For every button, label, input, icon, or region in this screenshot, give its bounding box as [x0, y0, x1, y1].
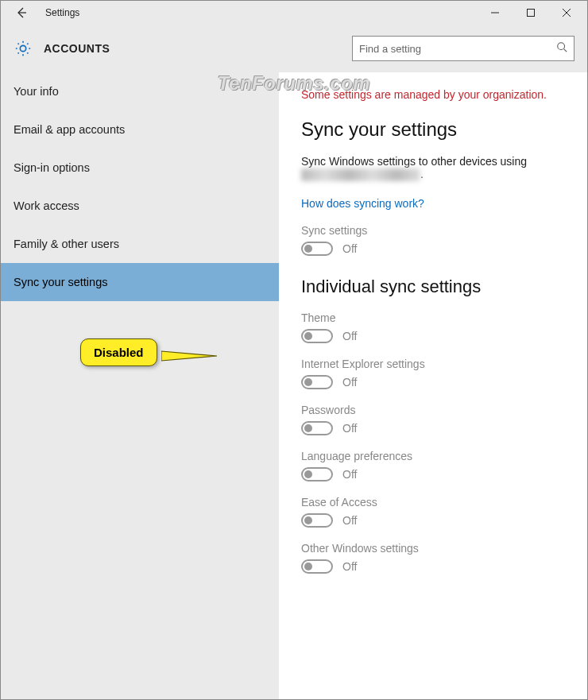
- maximize-icon: [527, 9, 535, 17]
- sidebar: Your info Email & app accounts Sign-in o…: [1, 72, 279, 699]
- toggle-state: Off: [342, 560, 357, 573]
- section-title: ACCOUNTS: [44, 42, 341, 55]
- window-title: Settings: [45, 7, 477, 18]
- content: Some settings are managed by your organi…: [279, 72, 587, 699]
- search-box[interactable]: [352, 36, 574, 61]
- org-managed-banner: Some settings are managed by your organi…: [301, 88, 565, 101]
- sidebar-item-label: Sign-in options: [14, 161, 90, 174]
- sidebar-item-label: Your info: [14, 85, 59, 98]
- toggle-label: Passwords: [301, 404, 565, 416]
- sidebar-item-family-other-users[interactable]: Family & other users: [1, 225, 279, 263]
- toggle-switch[interactable]: [301, 559, 333, 574]
- toggle-sync-settings: Sync settings Off: [301, 224, 565, 256]
- toggle-switch[interactable]: [301, 375, 333, 389]
- subheading: Individual sync settings: [301, 277, 565, 297]
- sidebar-item-email-app-accounts[interactable]: Email & app accounts: [1, 110, 279, 149]
- close-button[interactable]: [548, 1, 584, 25]
- toggle-switch[interactable]: [301, 467, 333, 481]
- sidebar-item-work-access[interactable]: Work access: [1, 187, 279, 225]
- sidebar-item-label: Family & other users: [14, 238, 119, 250]
- sidebar-item-label: Email & app accounts: [14, 123, 125, 136]
- page-heading: Sync your settings: [301, 118, 565, 141]
- back-button[interactable]: [12, 3, 31, 22]
- sidebar-item-label: Work access: [14, 199, 79, 212]
- titlebar: Settings: [1, 1, 587, 25]
- svg-rect-0: [527, 9, 534, 16]
- toggle-label: Other Windows settings: [301, 542, 565, 555]
- toggle-other-windows: Other Windows settings Off: [301, 542, 565, 574]
- search-input[interactable]: [359, 43, 556, 55]
- close-icon: [563, 9, 571, 17]
- toggle-label: Language preferences: [301, 450, 565, 462]
- minimize-icon: [491, 9, 499, 17]
- toggle-state: Off: [342, 468, 357, 481]
- toggle-state: Off: [342, 242, 357, 255]
- sync-description: Sync Windows settings to other devices u…: [301, 155, 565, 181]
- redacted-account: [301, 168, 420, 181]
- toggle-state: Off: [342, 514, 357, 527]
- help-link[interactable]: How does syncing work?: [301, 197, 424, 210]
- body: Your info Email & app accounts Sign-in o…: [1, 72, 587, 699]
- toggle-label: Ease of Access: [301, 496, 565, 509]
- sidebar-item-your-info[interactable]: Your info: [1, 72, 279, 110]
- toggle-label: Theme: [301, 311, 565, 324]
- toggle-label: Sync settings: [301, 224, 565, 237]
- toggle-switch[interactable]: [301, 421, 333, 435]
- svg-point-1: [558, 43, 565, 50]
- settings-window: Settings ACCOUNTS Your info Emai: [0, 0, 588, 700]
- sidebar-item-sync-your-settings[interactable]: Sync your settings: [1, 263, 279, 301]
- maximize-button[interactable]: [513, 1, 548, 25]
- toggle-switch[interactable]: [301, 513, 333, 528]
- toggle-label: Internet Explorer settings: [301, 358, 565, 370]
- search-icon: [556, 41, 567, 56]
- toggle-theme: Theme Off: [301, 311, 565, 343]
- toggle-ie-settings: Internet Explorer settings Off: [301, 358, 565, 389]
- toggle-passwords: Passwords Off: [301, 404, 565, 435]
- gear-icon: [14, 39, 33, 58]
- arrow-left-icon: [15, 6, 28, 19]
- toggle-state: Off: [342, 330, 357, 342]
- toggle-switch[interactable]: [301, 329, 333, 343]
- sidebar-item-label: Sync your settings: [14, 276, 107, 288]
- header: ACCOUNTS: [1, 25, 587, 72]
- minimize-button[interactable]: [477, 1, 513, 25]
- toggle-language: Language preferences Off: [301, 450, 565, 481]
- toggle-switch[interactable]: [301, 242, 333, 256]
- toggle-state: Off: [342, 376, 357, 389]
- toggle-ease-of-access: Ease of Access Off: [301, 496, 565, 528]
- toggle-state: Off: [342, 422, 357, 435]
- sidebar-item-sign-in-options[interactable]: Sign-in options: [1, 149, 279, 187]
